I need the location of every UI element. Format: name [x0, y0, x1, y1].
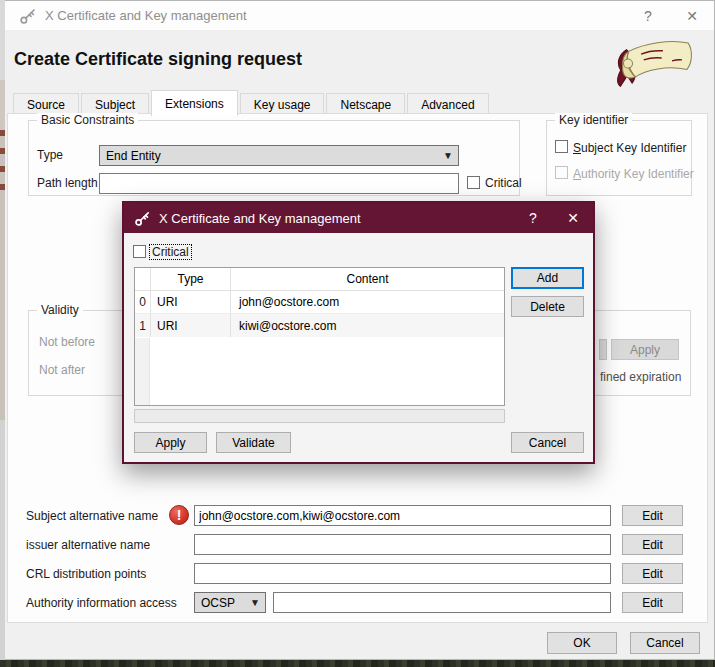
row-index: 1	[135, 319, 150, 333]
modal-title: X Certificate and Key management	[159, 211, 361, 226]
modal-close-button[interactable]: ✕	[553, 203, 593, 233]
desktop: X Certificate and Key management ? ✕ Cre…	[0, 0, 715, 667]
subject-alt-name-input[interactable]	[194, 505, 611, 526]
validity-legend: Validity	[37, 303, 83, 317]
error-icon-glyph: !	[177, 507, 182, 523]
authority-info-access-edit-button[interactable]: Edit	[622, 592, 683, 613]
modal-cancel-button[interactable]: Cancel	[511, 432, 584, 453]
validate-button[interactable]: Validate	[216, 432, 291, 453]
tab-extensions[interactable]: Extensions	[151, 90, 238, 116]
content-column-header[interactable]: Content	[230, 268, 504, 290]
hidden-button-sliver	[599, 339, 607, 360]
validity-apply-button[interactable]: Apply	[611, 339, 679, 360]
crl-distribution-points-input[interactable]	[194, 563, 611, 584]
window-title: X Certificate and Key management	[45, 8, 247, 23]
subject-alt-name-edit-button[interactable]: Edit	[622, 505, 683, 526]
cancel-button[interactable]: Cancel	[630, 632, 700, 654]
certificate-logo	[606, 37, 698, 87]
close-button[interactable]: ✕	[670, 1, 714, 30]
error-icon: !	[169, 505, 189, 525]
type-combobox-value: End Entity	[106, 149, 161, 163]
main-titlebar: X Certificate and Key management ? ✕	[5, 1, 714, 31]
authority-key-identifier-label: Authority Key Identifier	[573, 167, 694, 181]
issuer-alt-name-label: issuer alternative name	[26, 538, 150, 552]
table-row[interactable]: 1 URI kiwi@ocstore.com	[135, 314, 504, 337]
modal-titlebar: X Certificate and Key management ? ✕	[124, 203, 593, 233]
modal-apply-button[interactable]: Apply	[134, 432, 207, 453]
san-editor-dialog: X Certificate and Key management ? ✕ Cri…	[122, 201, 595, 464]
row-type[interactable]: URI	[150, 314, 230, 337]
path-length-input[interactable]	[99, 173, 459, 194]
authority-info-access-label: Authority information access	[26, 596, 177, 610]
critical-label: Critical	[485, 176, 522, 190]
crl-distribution-points-label: CRL distribution points	[26, 567, 146, 581]
type-column-header[interactable]: Type	[150, 268, 230, 290]
row-number-gutter	[135, 338, 150, 405]
issuer-alt-name-input[interactable]	[194, 534, 611, 555]
help-button[interactable]: ?	[626, 1, 670, 30]
not-before-label: Not before	[39, 335, 95, 349]
row-content[interactable]: john@ocstore.com	[230, 291, 504, 313]
key-icon	[19, 7, 37, 25]
row-content[interactable]: kiwi@ocstore.com	[230, 314, 504, 337]
path-length-label: Path length	[37, 176, 98, 190]
type-label: Type	[37, 148, 63, 162]
authority-info-access-combobox-value: OCSP	[201, 596, 235, 610]
not-after-label: Not after	[39, 363, 85, 377]
basic-constraints-group: Basic Constraints Type End Entity ▼ Path…	[28, 120, 520, 196]
horizontal-scrollbar[interactable]	[134, 409, 505, 423]
authority-info-access-input[interactable]	[273, 592, 611, 613]
critical-checkbox[interactable]	[467, 176, 480, 189]
authority-info-access-combobox[interactable]: OCSP ▼	[194, 592, 266, 613]
key-identifier-group: Key identifier Subject Key Identifier Au…	[546, 120, 692, 196]
san-table-header: Type Content	[135, 268, 504, 291]
page-title: Create Certificate signing request	[14, 49, 302, 70]
chevron-down-icon: ▼	[250, 597, 260, 608]
chevron-down-icon: ▼	[443, 150, 453, 161]
add-button[interactable]: Add	[511, 267, 584, 289]
key-identifier-legend: Key identifier	[555, 113, 632, 127]
no-well-defined-expiration-label: fined expiration	[600, 370, 681, 384]
type-combobox[interactable]: End Entity ▼	[99, 145, 459, 166]
table-row[interactable]: 0 URI john@ocstore.com	[135, 291, 504, 314]
subject-key-identifier-label: Subject Key Identifier	[573, 141, 686, 155]
san-table[interactable]: Type Content 0 URI john@ocstore.com 1 UR…	[134, 267, 505, 406]
issuer-alt-name-edit-button[interactable]: Edit	[622, 534, 683, 555]
ok-button[interactable]: OK	[547, 632, 617, 654]
key-icon	[134, 210, 151, 227]
delete-button[interactable]: Delete	[511, 296, 584, 317]
modal-help-button[interactable]: ?	[513, 203, 553, 233]
crl-distribution-points-edit-button[interactable]: Edit	[622, 563, 683, 584]
modal-critical-label: Critical	[150, 245, 191, 259]
authority-key-identifier-checkbox	[555, 166, 568, 179]
modal-critical-checkbox[interactable]	[133, 245, 146, 258]
subject-alt-name-label: Subject alternative name	[26, 509, 158, 523]
subject-key-identifier-checkbox[interactable]	[555, 140, 568, 153]
basic-constraints-legend: Basic Constraints	[37, 113, 138, 127]
row-index: 0	[135, 295, 150, 309]
row-type[interactable]: URI	[150, 291, 230, 313]
